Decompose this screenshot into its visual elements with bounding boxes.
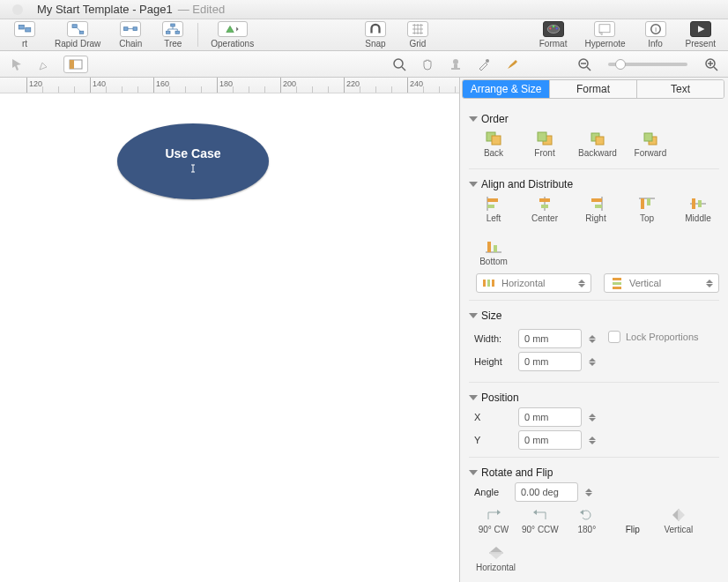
rotate-ccw-button[interactable]: 90° CCW	[522, 507, 559, 534]
toolbar-info[interactable]: i Info	[638, 19, 673, 50]
brush-icon[interactable]	[502, 55, 522, 74]
width-input[interactable]	[518, 329, 582, 348]
svg-rect-43	[494, 245, 497, 252]
align-right-button[interactable]: Right	[578, 196, 613, 223]
toolbar-tree[interactable]: Tree	[155, 19, 190, 50]
order-forward-button[interactable]: Forward	[633, 131, 668, 158]
svg-rect-44	[483, 280, 486, 287]
zoom-slider[interactable]	[608, 63, 687, 66]
svg-point-21	[486, 59, 489, 63]
drawing-canvas[interactable]: Use Case	[0, 93, 459, 582]
section-order[interactable]: Order	[469, 113, 719, 125]
flip-horizontal-button[interactable]: Horizontal	[476, 545, 516, 572]
align-bottom-button[interactable]: Bottom	[476, 239, 511, 266]
edit-tool-icon[interactable]	[35, 55, 55, 74]
window-titlebar: My Start Template - Page1 — Edited	[0, 0, 728, 19]
toolbar-present[interactable]: Present	[680, 19, 721, 50]
align-left-button[interactable]: Left	[476, 196, 511, 223]
svg-rect-31	[644, 133, 652, 141]
align-top-button[interactable]: Top	[629, 196, 665, 223]
toolbar-grid[interactable]: Grid	[400, 19, 435, 50]
svg-rect-3	[79, 31, 84, 34]
distribute-horizontal-select[interactable]: Horizontal	[476, 273, 591, 293]
toolbar-art[interactable]: rt	[7, 19, 42, 50]
svg-rect-2	[72, 25, 77, 28]
svg-rect-45	[487, 280, 490, 287]
drawing-toolbar	[0, 51, 728, 78]
toolbar-rapid-draw[interactable]: Rapid Draw	[49, 19, 106, 50]
svg-rect-13	[599, 25, 610, 33]
x-label: X	[474, 412, 511, 422]
main-toolbar: rt Rapid Draw Chain Tree Operations Snap…	[0, 19, 728, 51]
rotate-180-button[interactable]: 180°	[569, 507, 605, 534]
y-input[interactable]	[518, 430, 582, 450]
flip-vertical-button[interactable]: Vertical	[661, 507, 696, 534]
rotate-cw-button[interactable]: 90° CW	[476, 507, 511, 534]
height-label: Height	[474, 356, 511, 367]
angle-input[interactable]	[515, 482, 578, 502]
svg-rect-5	[133, 27, 137, 31]
distribute-vertical-select[interactable]: Vertical	[604, 273, 719, 293]
svg-point-18	[394, 59, 403, 68]
align-middle-button[interactable]: Middle	[680, 196, 716, 223]
svg-rect-0	[19, 26, 24, 30]
svg-rect-8	[175, 31, 180, 34]
svg-rect-39	[647, 198, 650, 205]
svg-rect-33	[487, 205, 494, 208]
toolbar-operations[interactable]: Operations	[205, 19, 259, 50]
width-stepper[interactable]	[589, 335, 596, 343]
order-back-button[interactable]: Back	[476, 131, 511, 158]
svg-rect-19	[451, 68, 460, 70]
align-center-button[interactable]: Center	[527, 196, 562, 223]
svg-point-11	[552, 26, 553, 27]
toolbar-chain[interactable]: Chain	[113, 19, 148, 50]
svg-rect-4	[124, 27, 129, 31]
angle-label: Angle	[474, 487, 508, 497]
toolbar-format[interactable]: Format	[534, 19, 573, 50]
x-stepper[interactable]	[589, 414, 596, 422]
tab-format[interactable]: Format	[549, 80, 636, 98]
distribute-h-icon	[482, 277, 496, 289]
tab-arrange[interactable]: Arrange & Size	[463, 80, 549, 98]
zoom-out-icon[interactable]	[575, 55, 594, 74]
hand-tool-icon[interactable]	[418, 55, 437, 74]
section-size[interactable]: Size	[469, 310, 719, 322]
angle-stepper[interactable]	[585, 489, 592, 496]
x-input[interactable]	[518, 407, 582, 427]
svg-point-12	[555, 27, 557, 29]
height-input[interactable]	[518, 352, 582, 371]
tab-text[interactable]: Text	[636, 80, 724, 98]
y-label: Y	[474, 435, 511, 445]
svg-rect-41	[698, 200, 702, 207]
toolbar-hypernote[interactable]: Hypernote	[579, 19, 630, 50]
eyedropper-icon[interactable]	[474, 55, 494, 74]
svg-text:i: i	[655, 26, 657, 34]
inspector-tabs: Arrange & Size Format Text	[462, 79, 724, 99]
toolbar-snap[interactable]: Snap	[358, 19, 393, 50]
flip-label: Flip	[615, 507, 650, 534]
stamp-tool-icon[interactable]	[446, 55, 465, 74]
section-align[interactable]: Align and Distribute	[469, 178, 719, 190]
inspector-panel: Arrange & Size Format Text Order Back Fr…	[459, 78, 728, 582]
zoom-in-icon[interactable]	[702, 55, 721, 74]
svg-rect-29	[596, 137, 604, 145]
window-title: My Start Template - Page1	[37, 3, 173, 16]
height-stepper[interactable]	[589, 358, 596, 366]
library-toggle[interactable]	[63, 56, 88, 73]
lock-proportions-checkbox[interactable]	[608, 331, 620, 343]
traffic-close-icon[interactable]	[12, 4, 23, 15]
shape-label: Use Case	[165, 146, 220, 160]
section-position[interactable]: Position	[469, 392, 719, 404]
y-stepper[interactable]	[589, 436, 596, 444]
use-case-shape[interactable]: Use Case	[117, 123, 269, 199]
lock-proportions-label: Lock Proportions	[626, 332, 699, 342]
order-backward-button[interactable]: Backward	[578, 131, 617, 158]
svg-rect-42	[487, 242, 491, 252]
order-front-button[interactable]: Front	[527, 131, 562, 158]
svg-rect-32	[487, 198, 498, 202]
pointer-tool-icon[interactable]	[7, 55, 26, 74]
text-cursor-icon	[188, 162, 198, 176]
svg-rect-40	[692, 198, 695, 209]
magnify-tool-icon[interactable]	[390, 55, 409, 74]
section-rotate[interactable]: Rotate and Flip	[469, 466, 719, 479]
